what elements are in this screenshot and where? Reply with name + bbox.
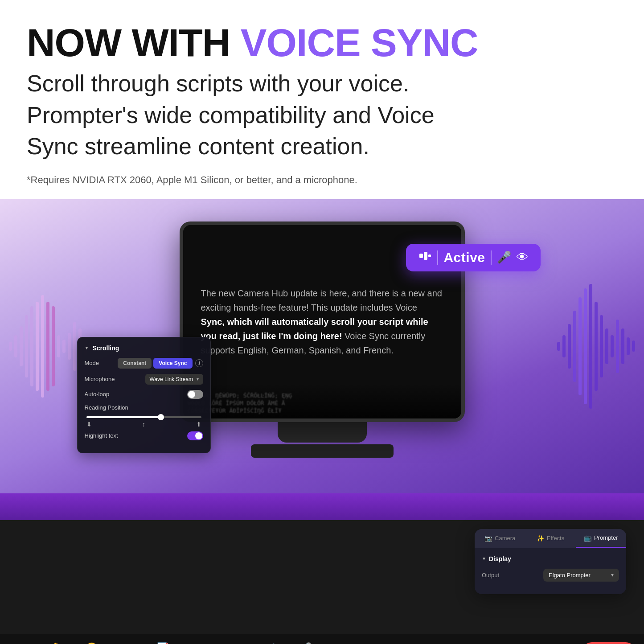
highlight-text-label: Highlight text [85,432,118,439]
prompter-tab-label: Prompter [594,534,618,541]
device-stand [278,420,367,443]
display-section-title: Display [489,555,511,562]
reading-position-slider[interactable] [86,416,201,418]
position-center-icon: ↕ [142,421,145,428]
subtitle-text: Scroll through scripts with your voice. … [27,68,437,162]
more-item[interactable]: ••• More [223,642,245,644]
slider-position-icons: ⬇ ↕ ⬆ [86,421,201,428]
output-value: Elgato Prompter [549,572,591,578]
leave-item[interactable]: 📞 Leave [582,642,635,644]
notes-icon: 📝 [157,642,169,644]
script-blur-overlay: ĊÜŘŠŐŘ: ŊĒẀŪPD; ŚĈŘŐŁĿĬŃĞ; ĘŅĢŴŐǾŁŨ ĹÕŘÊ… [183,383,461,418]
mode-row: Mode Constant Voice Sync ℹ [85,358,203,369]
active-badge: Active 🎤 👁 [406,244,540,271]
leave-button[interactable]: 📞 Leave [582,642,635,644]
highlight-text-row: Highlight text [85,431,203,440]
device-base [251,444,394,458]
tab-prompter[interactable]: 📺 Prompter [576,529,626,548]
camera-hub-panel: 📷 Camera ✨ Effects 📺 Prompter ▼ Display [475,529,626,594]
auto-loop-label: Auto-loop [85,391,110,398]
active-badge-text: Active [443,250,485,265]
active-badge-divider-2 [491,250,492,265]
slider-fill [86,416,161,418]
raise-hand-item[interactable]: ✋ Raise [45,642,67,644]
effects-tab-icon: ✨ [537,535,544,542]
purple-gradient-bar [0,493,644,520]
svg-rect-1 [424,252,427,260]
bottom-section: 📷 Camera ✨ Effects 📺 Prompter ▼ Display [0,493,644,644]
output-dropdown-chevron-icon: ▾ [611,572,614,578]
panel-content: ▼ Display Output Elgato Prompter ▾ [475,548,626,594]
active-badge-icon [418,250,432,265]
microphone-dropdown[interactable]: Wave Link Stream ▾ [145,374,203,385]
slider-thumb[interactable] [158,414,164,420]
teleprompter-device: Active 🎤 👁 The new Camera Hub update is … [166,222,478,489]
mode-info-icon[interactable]: ℹ [195,359,203,367]
effects-tab-label: Effects [547,535,565,541]
highlight-text-toggle[interactable] [187,431,203,440]
constant-mode-button[interactable]: Constant [118,358,152,369]
react-icon: 😊 [86,642,98,644]
apps-icon: ⊞ [194,642,202,644]
svg-rect-0 [419,254,423,258]
microphone-label: Microphone [85,376,115,382]
camera-item[interactable]: 📹 Camera [258,642,281,644]
eye-icon: 👁 [517,250,528,264]
visual-section: Active 🎤 👁 The new Camera Hub update is … [0,199,644,493]
active-badge-divider [437,250,438,265]
output-row: Output Elgato Prompter ▾ [482,569,619,582]
auto-loop-row: Auto-loop [85,390,203,399]
reading-position-label: Reading Position [85,404,128,411]
tab-effects[interactable]: ✨ Effects [525,529,575,548]
position-top-icon: ⬆ [196,421,201,428]
svg-rect-2 [428,254,431,257]
script-text: The new Camera Hub update is here, and t… [201,286,443,357]
position-bottom-icon: ⬇ [86,421,92,428]
react-item[interactable]: 😊 React [80,642,103,644]
participants-icon: 👥 [14,642,26,644]
voice-sync-mode-button[interactable]: Voice Sync [153,358,192,369]
panel-title: Scrolling [92,345,119,352]
panel-header: ▼ Scrolling [85,345,203,352]
main-headline: NOW WITH VOICE SYNC [27,22,617,63]
camera-icon: 📹 [264,642,276,644]
prompter-tab-icon: 📺 [584,534,591,541]
scrolling-panel: ▼ Scrolling Mode Constant Voice Sync ℹ M… [77,337,211,453]
more-icon: ••• [229,642,239,644]
panel-collapse-arrow[interactable]: ▼ [85,345,89,350]
top-section: NOW WITH VOICE SYNC Scroll through scrip… [0,0,644,199]
raise-hand-icon: ✋ [50,642,62,644]
display-section-arrow[interactable]: ▼ [482,556,486,561]
microphone-value: Wave Link Stream [150,376,193,382]
participant-count: 👥 5 [9,642,31,644]
reading-position-row: Reading Position [85,404,203,411]
script-normal: The new Camera Hub update is here, and t… [201,288,442,312]
auto-loop-toggle[interactable] [187,390,203,399]
camera-tab-label: Camera [495,535,515,541]
tab-camera[interactable]: 📷 Camera [475,529,525,548]
view-icon: ⊞ [123,642,131,644]
mic-item[interactable]: 🎤 Mic [294,642,316,644]
mic-toolbar-icon: 🎤 [299,642,312,644]
camera-hub-tabs: 📷 Camera ✨ Effects 📺 Prompter [475,529,626,548]
output-label: Output [482,572,499,578]
microphone-row: Microphone Wave Link Stream ▾ [85,374,203,385]
apps-item[interactable]: ⊞ Apps [187,642,209,644]
right-waveform [557,284,635,409]
zoom-toolbar: 👥 5 ✋ Raise 😊 React ⊞ View 📝 Notes ⊞ Ap [0,634,644,644]
share-icon: ↑ [339,642,344,644]
dropdown-chevron-icon: ▾ [197,377,199,381]
mode-label: Mode [85,360,99,366]
headline-accent: VOICE SYNC [241,21,478,65]
output-dropdown[interactable]: Elgato Prompter ▾ [543,569,619,582]
headline-prefix: NOW WITH [27,21,241,65]
mode-buttons: Constant Voice Sync [118,358,192,369]
camera-tab-icon: 📷 [484,535,492,542]
view-item[interactable]: ⊞ View [116,642,138,644]
display-section-header: ▼ Display [482,555,619,562]
notes-item[interactable]: 📝 Notes [152,642,174,644]
requirements-text: *Requires NVIDIA RTX 2060, Apple M1 Sili… [27,174,617,186]
share-item[interactable]: ↑ Share [330,642,352,644]
mic-icon: 🎤 [497,250,511,264]
